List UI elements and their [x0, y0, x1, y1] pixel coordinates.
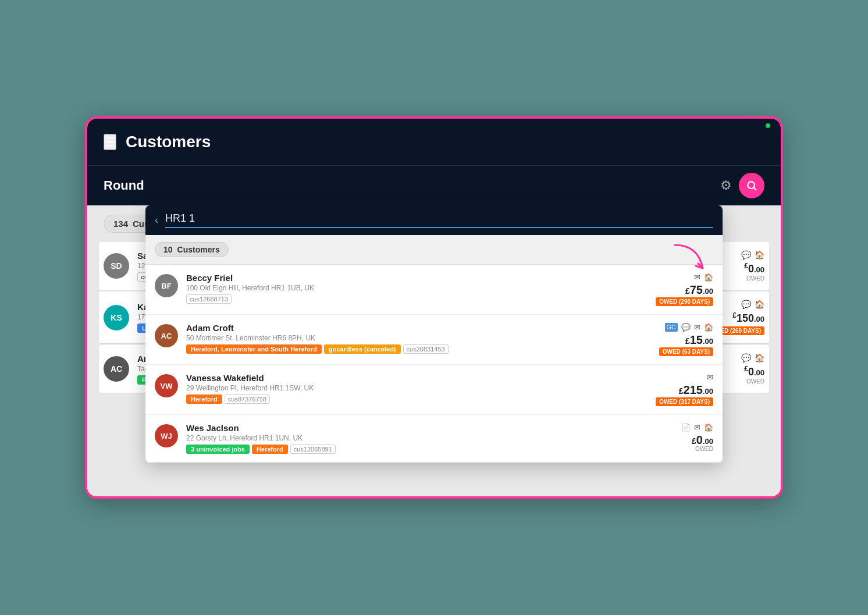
search-icon	[746, 180, 757, 191]
search-back-button[interactable]: ‹	[155, 214, 158, 226]
result-name: Beccy Friel	[186, 273, 650, 283]
amount: £0.00	[655, 434, 713, 446]
home-icon[interactable]: 🏠	[755, 250, 764, 259]
gear-button[interactable]: ⚙	[720, 178, 732, 193]
result-address: 29 Wellington Pl, Hereford HR1 1SW, UK	[186, 384, 650, 392]
avatar: BF	[155, 274, 178, 297]
hamburger-button[interactable]: ☰	[104, 134, 116, 150]
home-icon[interactable]: 🏠	[704, 423, 713, 432]
amount: £15.00	[655, 334, 713, 346]
message-icon[interactable]: 💬	[741, 250, 751, 259]
search-results-header: 10 Customers	[145, 235, 723, 265]
result-name: Wes Jaclson	[186, 423, 650, 433]
app-header: ☰ Customers	[87, 119, 781, 165]
owed-label: OWED	[655, 446, 713, 452]
location-tag: Hereford	[252, 445, 288, 454]
uninvoiced-tag: 3 uninvoiced jobs	[186, 445, 250, 454]
page-title: Customers	[126, 133, 211, 151]
result-tags: Hereford, Leominster and South Hereford …	[186, 344, 650, 354]
action-icons: 💬 🏠	[741, 353, 764, 362]
result-tags: 3 uninvoiced jobs Hereford cus12065891	[186, 445, 650, 454]
owed-badge: OWED (317 DAYS)	[656, 397, 713, 406]
result-icons: ✉	[655, 373, 713, 382]
customer-id: cus12668713	[186, 294, 232, 304]
result-info: Beccy Friel 100 Old Eign Hill, Hereford …	[186, 273, 650, 304]
message-icon[interactable]: 💬	[741, 300, 751, 309]
results-count-badge: 10 Customers	[155, 242, 229, 257]
result-icons: 📄 ✉ 🏠	[655, 423, 713, 432]
result-name: Vanessa Wakefield	[186, 373, 650, 383]
location-tag: Hereford	[186, 394, 222, 404]
avatar: AC	[104, 356, 129, 382]
result-name: Adam Croft	[186, 323, 650, 333]
result-info: Adam Croft 50 Mortimer St, Leominster HR…	[186, 323, 650, 354]
customer-id: cus87376758	[225, 394, 270, 404]
avatar: SD	[104, 253, 129, 279]
amount: £0.00	[741, 365, 764, 378]
result-address: 50 Mortimer St, Leominster HR6 8PH, UK	[186, 334, 650, 342]
result-address: 100 Old Eign Hill, Hereford HR1 1UB, UK	[186, 284, 650, 292]
home-icon[interactable]: 🏠	[704, 273, 713, 282]
result-balance: ✉ 🏠 £75.00 OWED (290 DAYS)	[655, 273, 713, 306]
round-label: Round	[104, 178, 144, 193]
header-actions: ⚙ Search	[720, 173, 764, 198]
amount: £75.00	[655, 284, 713, 296]
home-icon[interactable]: 🏠	[755, 353, 764, 362]
email-icon[interactable]: ✉	[694, 423, 700, 432]
result-balance: 📄 ✉ 🏠 £0.00 OWED	[655, 423, 713, 452]
doc-icon[interactable]: 📄	[681, 423, 691, 432]
customer-count: 134	[113, 219, 128, 229]
search-input[interactable]	[165, 212, 713, 228]
list-item[interactable]: AC Adam Croft 50 Mortimer St, Leominster…	[145, 315, 723, 365]
payment-tag: gocardless (canceled)	[324, 344, 401, 354]
list-item[interactable]: VW Vanessa Wakefield 29 Wellington Pl, H…	[145, 365, 723, 415]
svg-line-1	[754, 188, 756, 190]
result-info: Vanessa Wakefield 29 Wellington Pl, Here…	[186, 373, 650, 404]
avatar: KS	[104, 305, 129, 330]
email-icon[interactable]: ✉	[694, 273, 700, 282]
avatar: AC	[155, 324, 178, 347]
customer-id: cus12065891	[290, 445, 336, 454]
list-item[interactable]: BF Beccy Friel 100 Old Eign Hill, Herefo…	[145, 265, 723, 315]
list-item[interactable]: WJ Wes Jaclson 22 Gorsty Ln, Hereford HR…	[145, 415, 723, 463]
owed-label: OWED	[741, 275, 764, 282]
gc-icon[interactable]: GC	[665, 323, 678, 332]
result-tags: Hereford cus87376758	[186, 394, 650, 404]
search-button[interactable]	[739, 173, 764, 198]
amount: £0.00	[741, 262, 764, 275]
customer-balance: 💬 🏠 £0.00 OWED	[741, 353, 764, 385]
action-icons: 💬 🏠	[741, 250, 764, 259]
sub-header: Round ⚙ Search	[87, 165, 781, 205]
result-tags: cus12668713	[186, 294, 650, 304]
amount: £215.00	[655, 384, 713, 396]
result-address: 22 Gorsty Ln, Hereford HR1 1UN, UK	[186, 434, 650, 442]
owed-label: OWED	[741, 378, 764, 385]
app-frame: ☰ Customers Round ⚙ Search 134 Customers	[85, 116, 783, 499]
result-info: Wes Jaclson 22 Gorsty Ln, Hereford HR1 1…	[186, 423, 650, 454]
customer-id: cus20831453	[403, 344, 449, 354]
home-icon[interactable]: 🏠	[704, 323, 713, 332]
email-icon[interactable]: ✉	[694, 323, 700, 332]
search-input-row: ‹	[145, 205, 723, 235]
status-dot	[766, 123, 770, 128]
home-icon[interactable]: 🏠	[755, 300, 764, 309]
customer-balance: 💬 🏠 £0.00 OWED	[741, 250, 764, 282]
search-overlay: ‹ 10 Customers BF Beccy Friel 100 Old Ei…	[145, 205, 723, 463]
owed-badge: OWED (63 DAYS)	[659, 347, 713, 356]
owed-badge: OWED (290 DAYS)	[656, 297, 713, 306]
chat-icon[interactable]: 💬	[681, 323, 691, 332]
result-icons: GC 💬 ✉ 🏠	[655, 323, 713, 332]
avatar: WJ	[155, 424, 178, 447]
email-icon[interactable]: ✉	[707, 373, 713, 382]
result-balance: GC 💬 ✉ 🏠 £15.00 OWED (63 DAYS)	[655, 323, 713, 356]
results-label: Customers	[177, 245, 220, 254]
route-tag: Hereford, Leominster and South Hereford	[186, 344, 322, 354]
results-count: 10	[163, 245, 173, 254]
result-balance: ✉ £215.00 OWED (317 DAYS)	[655, 373, 713, 406]
result-icons: ✉ 🏠	[655, 273, 713, 282]
main-content: 134 Customers SD Sarah Doherty 12 W... c…	[87, 205, 781, 496]
avatar: VW	[155, 374, 178, 397]
message-icon[interactable]: 💬	[741, 353, 751, 362]
